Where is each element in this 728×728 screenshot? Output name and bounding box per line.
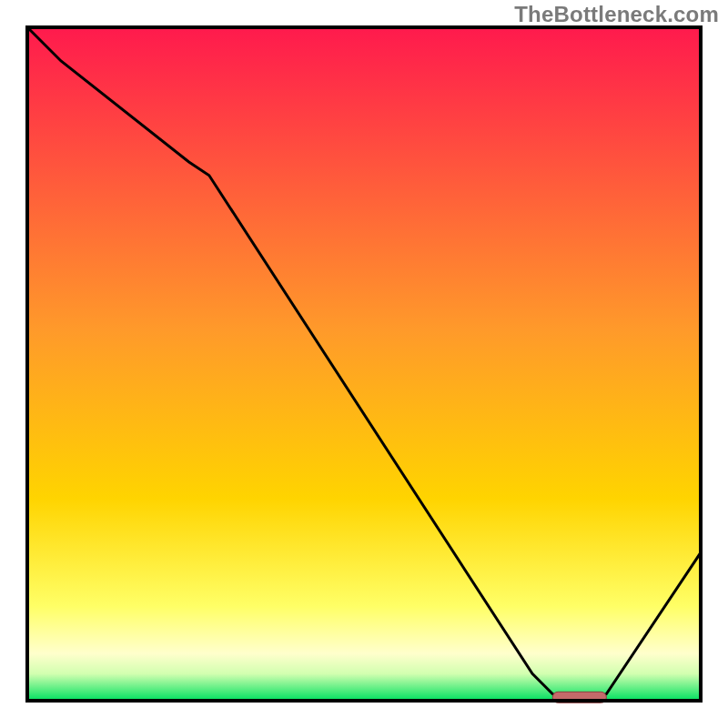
plot-background xyxy=(27,27,701,701)
watermark-text: TheBottleneck.com xyxy=(514,2,719,27)
chart-svg xyxy=(0,0,728,728)
chart-container: TheBottleneck.com xyxy=(0,0,728,728)
